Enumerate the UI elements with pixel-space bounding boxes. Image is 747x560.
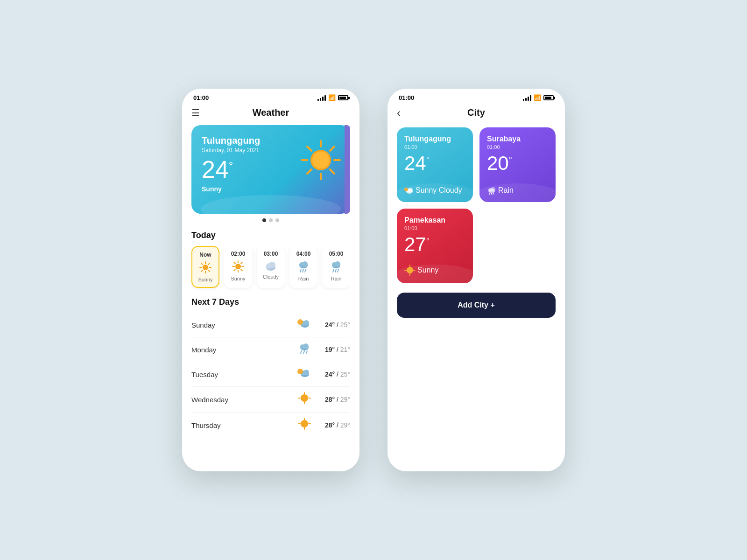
weather-card-main[interactable]: Tulungagung Saturday, 01 May 2021 24° Su…: [191, 125, 350, 214]
day-name-thursday: Thursday: [191, 421, 296, 429]
svg-line-41: [335, 269, 336, 272]
city-card-surabaya[interactable]: Surabaya 01:00 20° Rain: [479, 127, 556, 202]
hour-cond-5: Rain: [331, 276, 342, 281]
svg-line-24: [234, 262, 235, 264]
city-time-surabaya: 01:00: [487, 144, 548, 150]
svg-line-27: [234, 269, 235, 271]
day-icon-sunday: [296, 317, 313, 332]
svg-line-7: [330, 169, 334, 174]
hour-label-2: 02:00: [231, 251, 246, 257]
status-time-2: 01:00: [399, 94, 414, 101]
phone-city: 01:00 📶 ‹ City Tulungagung: [388, 89, 565, 471]
status-bar-2: 01:00 📶: [388, 89, 565, 105]
add-city-button[interactable]: Add City +: [397, 293, 556, 318]
svg-line-74: [489, 193, 490, 195]
status-icons-1: 📶: [317, 94, 348, 101]
svg-line-8: [330, 147, 334, 151]
wifi-icon-1: 📶: [328, 94, 336, 101]
svg-point-71: [488, 189, 495, 193]
day-name-wednesday: Wednesday: [191, 396, 296, 404]
city-time-pamekasan: 01:00: [404, 225, 465, 231]
svg-line-52: [306, 351, 307, 353]
svg-point-77: [407, 267, 413, 273]
back-icon[interactable]: ‹: [397, 106, 401, 119]
hour-icon-rain-4: [297, 260, 310, 273]
svg-line-36: [305, 269, 306, 272]
city-cond-surabaya: Rain: [487, 181, 548, 195]
hour-item-3[interactable]: 03:00 Cloudy: [257, 246, 285, 288]
battery-icon-1: [338, 95, 348, 100]
hour-item-4[interactable]: 04:00 Rain: [289, 246, 317, 288]
day-icon-tuesday: [296, 367, 313, 382]
hourly-scroll: Now Sunny 02:: [191, 246, 350, 290]
svg-point-33: [302, 261, 308, 267]
hour-item-5[interactable]: 05:00 Rain: [322, 246, 350, 288]
phone1-content: ☰ Weather Tulungagung Saturday, 01 May 2…: [182, 105, 359, 471]
city-temp-pamekasan: 27°: [404, 235, 465, 254]
day-icon-wednesday: [296, 392, 313, 407]
svg-point-19: [235, 264, 241, 269]
svg-point-1: [312, 152, 329, 168]
weather-card-wrapper: Tulungagung Saturday, 01 May 2021 24° Su…: [191, 125, 350, 214]
next7-label: Next 7 Days: [191, 297, 350, 307]
city-title: City: [467, 107, 485, 118]
cond-icon-surabaya: [487, 186, 496, 195]
svg-line-18: [201, 270, 203, 272]
svg-line-35: [303, 269, 303, 272]
phone-weather: 01:00 📶 ☰ Weather Tulungagung: [182, 89, 359, 471]
phones-container: 01:00 📶 ☰ Weather Tulungagung: [182, 89, 565, 471]
hour-icon-sun-now: [199, 261, 212, 274]
cond-icon-tulungagung: [404, 186, 414, 195]
svg-line-40: [333, 269, 334, 272]
signal-icon-1: [317, 95, 326, 101]
svg-point-73: [491, 187, 495, 192]
day-name-monday: Monday: [191, 346, 296, 354]
cond-icon-pamekasan: [404, 265, 416, 276]
battery-icon-2: [543, 95, 554, 100]
day-icon-monday: [296, 342, 313, 357]
add-city-label: Add City +: [458, 301, 495, 309]
status-bar-1: 01:00 📶: [182, 89, 359, 105]
hour-cond-4: Rain: [298, 276, 309, 281]
hour-cond-now: Sunny: [198, 277, 212, 282]
day-name-tuesday: Tuesday: [191, 371, 296, 378]
signal-icon-2: [523, 95, 531, 101]
day-row-wednesday: Wednesday 28° / 29°: [191, 387, 350, 413]
svg-line-51: [303, 351, 304, 353]
svg-line-50: [301, 351, 302, 353]
hour-item-now[interactable]: Now Sunny: [191, 246, 219, 288]
hour-cond-2: Sunny: [231, 276, 245, 281]
svg-line-17: [208, 263, 210, 265]
svg-point-70: [404, 188, 408, 191]
carousel-dots: [191, 214, 350, 227]
city-temp-surabaya: 20°: [487, 154, 548, 173]
dot-3[interactable]: [275, 218, 279, 222]
svg-line-34: [300, 269, 301, 272]
svg-line-76: [493, 193, 493, 195]
hour-label-5: 05:00: [329, 251, 344, 257]
city-card-tulungagung[interactable]: Tulungagung 01:00 24° Sunny Cloudy: [397, 127, 473, 202]
svg-point-72: [488, 188, 492, 192]
menu-icon[interactable]: ☰: [191, 107, 200, 119]
city-card-pamekasan[interactable]: Pamekasan 01:00 27° Sunny: [397, 209, 473, 283]
hour-icon-sun-2: [232, 260, 245, 273]
dot-1[interactable]: [262, 218, 266, 222]
day-row-tuesday: Tuesday 24° / 25°: [191, 362, 350, 387]
card-condition: Sunny: [202, 185, 340, 193]
svg-line-9: [307, 169, 311, 174]
city-temp-tulungagung: 24°: [404, 154, 465, 173]
hour-label-3: 03:00: [264, 251, 278, 257]
sun-icon-large: [300, 139, 342, 181]
svg-line-16: [208, 270, 210, 272]
svg-line-25: [241, 269, 242, 271]
hour-label-now: Now: [199, 252, 211, 258]
weather-title: Weather: [253, 107, 289, 118]
day-row-thursday: Thursday 28° / 29°: [191, 413, 350, 438]
dot-2[interactable]: [269, 218, 273, 222]
day-temps-monday: 19° / 21°: [313, 346, 350, 353]
hour-icon-cloud-3: [264, 260, 277, 271]
svg-point-10: [203, 265, 208, 270]
day-temps-tuesday: 24° / 25°: [313, 371, 350, 378]
city-grid: Tulungagung 01:00 24° Sunny Cloudy: [397, 127, 556, 283]
hour-item-2[interactable]: 02:00 Sunny: [224, 246, 252, 288]
